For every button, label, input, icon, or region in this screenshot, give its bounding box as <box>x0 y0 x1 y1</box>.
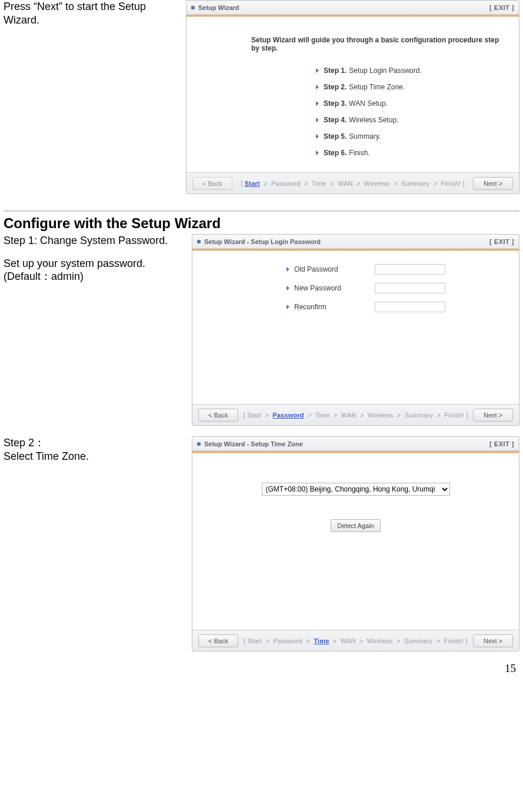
wizard-step-4: Step 4.Wireless Setup. <box>316 116 507 124</box>
crumb-wireless: Wireless <box>367 637 393 644</box>
timezone-select[interactable]: (GMT+08:00) Beijing, Chongqing, Hong Kon… <box>262 483 450 496</box>
next-button[interactable]: Next > <box>473 634 513 647</box>
crumb-time: Time <box>312 180 327 187</box>
crumb-password: Password <box>273 637 302 644</box>
panel-password: Setup Wizard - Setup Login Password [ EX… <box>192 234 519 426</box>
caption-line: Select Time Zone. <box>4 450 186 463</box>
exit-link[interactable]: [ EXIT ] <box>489 4 514 11</box>
wizard-step-2: Step 2.Setup Time Zone. <box>316 83 507 91</box>
chevron-right-icon <box>287 305 289 309</box>
caption-block3: Step 2： Select Time Zone. <box>4 436 192 463</box>
caption-line: Step 2： <box>4 436 186 450</box>
crumb-summary: Summary <box>405 412 433 419</box>
wizard-step-6: Step 6.Finish. <box>316 149 507 157</box>
panel-title: Setup Wizard <box>198 4 239 11</box>
crumb-sep: > <box>265 412 269 419</box>
chevron-right-icon <box>316 151 319 155</box>
back-button[interactable]: < Back <box>198 409 238 422</box>
reconfirm-input[interactable] <box>375 302 445 312</box>
crumb-wireless: Wireless <box>364 180 390 187</box>
crumb-sep: > <box>359 637 364 644</box>
crumb-password: Password <box>271 180 301 187</box>
crumb-sep: > <box>304 180 308 187</box>
step-text: Setup Time Zone. <box>349 83 405 91</box>
crumb-start: Start <box>245 180 260 187</box>
crumb-password: Password <box>272 412 304 419</box>
crumb-finish: Finish! <box>444 412 464 419</box>
crumb-sep: > <box>265 637 269 644</box>
crumb-wan: WAN <box>338 180 353 187</box>
wizard-step-1: Step 1.Setup Login Password. <box>316 66 507 75</box>
crumb-finish: Finish! <box>441 180 461 187</box>
chevron-right-icon <box>316 118 319 122</box>
crumb-sep: > <box>306 637 310 644</box>
new-password-input[interactable] <box>375 283 445 293</box>
reconfirm-label: Reconfirm <box>294 303 327 311</box>
crumb-sep: > <box>434 180 438 187</box>
crumb-wireless: Wireless <box>368 412 394 419</box>
step-num: Step 1. <box>324 66 347 75</box>
crumb-sep: > <box>357 180 361 187</box>
crumb-summary: Summary <box>401 180 429 187</box>
chevron-right-icon <box>316 134 319 139</box>
section-heading: Configure with the Setup Wizard <box>4 215 519 232</box>
crumb-finish: Finish! <box>444 637 464 644</box>
crumb-summary: Summary <box>404 637 432 644</box>
step-text: Summary. <box>349 132 381 141</box>
bracket: ] <box>465 637 467 644</box>
intro-text: Setup Wizard will guide you through a ba… <box>251 36 507 52</box>
crumb-sep: > <box>330 180 334 187</box>
detect-again-button[interactable]: Detect Again <box>331 519 380 532</box>
wizard-step-5: Step 5.Summary. <box>316 132 507 141</box>
crumb-start: Start <box>248 637 262 644</box>
chevron-right-icon <box>287 286 289 290</box>
wizard-step-3: Step 3.WAN Setup. <box>316 99 507 108</box>
step-text: Wireless Setup. <box>349 116 398 124</box>
crumb-sep: > <box>394 180 398 187</box>
crumb-wan: WAN <box>341 412 357 419</box>
step-text: Finish. <box>349 149 369 157</box>
crumb-sep: > <box>264 180 268 187</box>
step-num: Step 5. <box>324 132 347 141</box>
panel-timezone: Setup Wizard - Setup Time Zone [ EXIT ] … <box>192 436 519 651</box>
header-dot-icon <box>197 442 201 446</box>
chevron-right-icon <box>316 85 319 89</box>
caption-block1: Press “Next” to start the Setup Wizard. <box>4 0 186 26</box>
breadcrumb: [ Start > Password > Time > WAN > Wirele… <box>238 637 473 644</box>
caption-line: Step 1: Change System Password. <box>4 234 186 248</box>
back-button[interactable]: < Back <box>198 634 238 647</box>
exit-link[interactable]: [ EXIT ] <box>489 440 514 447</box>
step-text: Setup Login Password. <box>349 66 421 75</box>
old-password-input[interactable] <box>375 264 445 275</box>
crumb-sep: > <box>360 412 364 419</box>
breadcrumb: [ Start > Password > Time > WAN > Wirele… <box>238 412 473 419</box>
crumb-sep: > <box>397 412 401 419</box>
crumb-sep: > <box>397 637 401 644</box>
crumb-sep: > <box>333 637 337 644</box>
step-num: Step 2. <box>324 83 347 91</box>
header-dot-icon <box>191 6 195 9</box>
chevron-right-icon <box>316 101 319 106</box>
crumb-sep: > <box>436 637 440 644</box>
next-button[interactable]: Next > <box>473 409 513 422</box>
step-num: Step 6. <box>324 149 347 157</box>
crumb-time: Time <box>315 412 330 419</box>
crumb-sep: > <box>334 412 338 419</box>
panel-title: Setup Wizard - Setup Time Zone <box>204 440 303 447</box>
breadcrumb: [ Start > Password > Time > WAN > Wirele… <box>232 180 473 187</box>
old-password-label: Old Password <box>294 265 338 273</box>
crumb-sep: > <box>308 412 312 419</box>
panel-start: Setup Wizard [ EXIT ] Setup Wizard will … <box>186 0 519 194</box>
chevron-right-icon <box>316 68 319 73</box>
bracket: ] <box>466 412 468 419</box>
new-password-label: New Password <box>294 284 341 292</box>
next-button[interactable]: Next > <box>473 177 513 190</box>
header-dot-icon <box>197 240 201 243</box>
step-text: WAN Setup. <box>349 99 388 108</box>
crumb-sep: > <box>437 412 441 419</box>
page-number: 15 <box>4 662 519 675</box>
exit-link[interactable]: [ EXIT ] <box>489 238 514 245</box>
crumb-time: Time <box>314 637 329 644</box>
crumb-wan: WAN <box>341 637 356 644</box>
step-num: Step 3. <box>324 99 347 108</box>
